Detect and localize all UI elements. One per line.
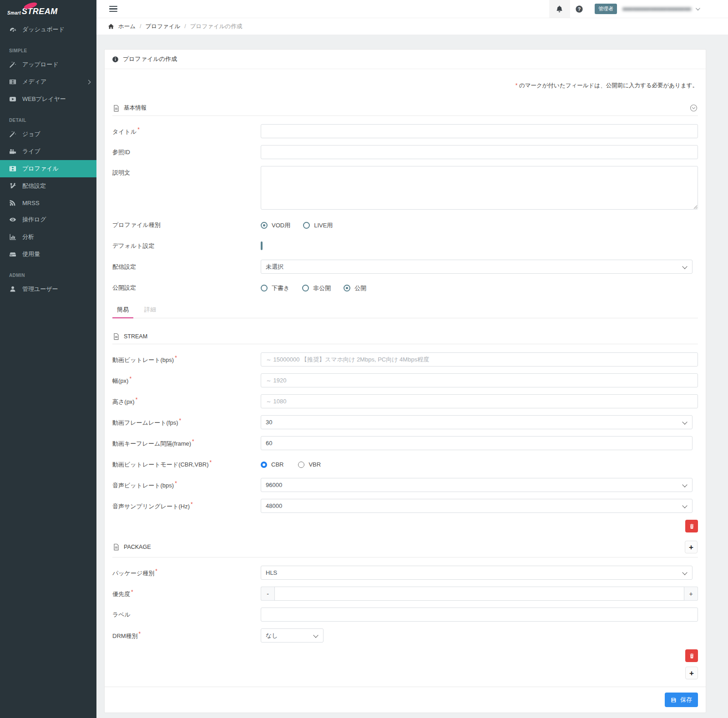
section-basic-info: 基本情報 [112,100,698,116]
field-label: デフォルト設定 [112,242,155,249]
rss-icon [9,199,16,206]
radio-vbr[interactable]: VBR [298,461,321,468]
audio-bitrate-select[interactable]: 96000 [261,478,693,492]
sidebar-item-job[interactable]: ジョブ [0,126,96,143]
save-button[interactable]: 保存 [665,693,698,707]
radio-icon [261,222,268,229]
package-type-select[interactable]: HLS [261,566,693,580]
field-label: ラベル [112,608,698,622]
sidebar-item-label: 配信設定 [22,182,46,190]
field-label: 参照ID [112,149,130,156]
required-asterisk: * [174,480,177,487]
default-setting-checkbox[interactable] [261,241,263,250]
info-circle-icon [112,56,119,63]
delete-package-button[interactable] [685,649,698,662]
sidebar-item-analytics[interactable]: 分析 [0,228,96,246]
description-textarea[interactable] [261,166,698,210]
ref-id-input[interactable] [261,145,698,159]
section-stream: STREAM [112,329,698,344]
delete-stream-button[interactable] [685,520,698,532]
priority-decrement-button[interactable]: - [261,587,274,601]
keyframe-interval-input[interactable] [261,436,693,450]
hamburger-menu-icon[interactable] [109,5,117,13]
radio-draft[interactable]: 下書き [261,284,289,292]
field-label: 動画フレームレート(fps) [112,419,178,426]
radio-private[interactable]: 非公開 [302,284,331,292]
sidebar-item-admin-users[interactable]: 管理ユーザー [0,281,96,298]
title-input[interactable] [261,124,698,138]
field-label: 公開設定 [112,284,136,291]
radio-icon [298,462,304,468]
radio-live[interactable]: LIVE用 [303,221,333,230]
sidebar-item-delivery-settings[interactable]: 配信設定 [0,177,96,195]
add-stream-button[interactable]: + [685,541,698,553]
width-input[interactable] [261,373,698,387]
sidebar-item-mrss[interactable]: MRSS [0,195,96,211]
field-label: 幅(px) [112,377,128,384]
film-strip-icon [9,165,16,172]
priority-increment-button[interactable]: + [684,587,698,601]
card-footer: 保存 [105,687,706,713]
breadcrumb-home[interactable]: ホーム [118,23,136,30]
height-input[interactable] [261,394,698,408]
chevron-down-icon [682,503,687,508]
framerate-select[interactable]: 30 [261,415,693,429]
bar-chart-icon [9,233,16,241]
notifications-button[interactable] [549,0,570,18]
collapse-section-button[interactable] [690,104,698,112]
add-package-button[interactable]: + [685,667,698,679]
play-icon [9,95,16,103]
tools-icon [9,182,16,190]
section-title: PACKAGE [124,544,151,550]
drm-type-select[interactable]: なし [261,628,324,643]
field-bitrate-mode: 動画ビットレートモード(CBR,VBR)* CBR VBR [112,457,698,471]
brand-smart: Smart [7,10,21,16]
sidebar-section-simple: SIMPLE [0,38,96,56]
field-label: ラベル [112,611,131,618]
field-title: タイトル* [112,124,698,138]
field-publish-setting: 公開設定 下書き 非公開 公開 [112,281,698,295]
sidebar-item-live[interactable]: ライブ [0,143,96,160]
field-label: 優先度 [112,591,130,597]
sidebar-item-label: ダッシュボード [22,25,65,34]
delivery-setting-select[interactable]: 未選択 [261,260,693,274]
required-note: * のマークが付いたフィールドは、公開前に入力する必要があります。 [112,82,698,90]
field-label: プロファイル種別 [112,221,161,228]
field-framerate: 動画フレームレート(fps)* 30 [112,415,698,429]
sidebar-item-operation-log[interactable]: 操作ログ [0,211,96,228]
top-bar: ? 管理者 ■■■■■■■■■■■■■■■■■■■■ [96,0,728,18]
field-label: 高さ(px) [112,398,135,405]
priority-input[interactable] [274,587,684,601]
sidebar-item-profile[interactable]: プロファイル [0,160,96,177]
field-label: 説明文 [112,169,130,176]
field-height: 高さ(px)* [112,394,698,408]
sidebar-item-usage[interactable]: 使用量 [0,246,96,263]
sidebar-item-label: 分析 [22,233,34,241]
sidebar-item-media[interactable]: メディア [0,73,96,90]
radio-cbr[interactable]: CBR [261,461,283,468]
sidebar-item-label: プロファイル [22,165,59,173]
sidebar-item-upload[interactable]: アップロード [0,56,96,73]
breadcrumb-profile[interactable]: プロファイル [146,23,181,30]
tab-detail[interactable]: 詳細 [140,301,161,318]
sidebar-item-dashboard[interactable]: ダッシュボード [0,21,96,38]
required-asterisk: * [136,126,140,133]
chevron-down-icon [682,570,687,575]
sidebar-section-admin: ADMIN [0,263,96,281]
radio-vod[interactable]: VOD用 [261,221,290,230]
sidebar-item-label: MRSS [22,200,40,206]
tab-simple[interactable]: 簡易 [112,301,133,318]
user-icon [9,286,16,293]
document-icon [113,333,120,340]
field-audio-bitrate: 音声ビットレート(bps)* 96000 [112,478,698,492]
help-button[interactable]: ? [570,5,588,13]
chevron-down-icon[interactable] [696,6,700,10]
radio-public[interactable]: 公開 [344,284,366,292]
field-label: 音声サンプリングレート(Hz) [112,503,190,510]
chevron-down-icon [682,482,687,487]
sidebar-item-webplayer[interactable]: WEBプレイヤー [0,90,96,108]
label-input[interactable] [261,608,698,622]
film-icon [9,78,16,85]
video-bitrate-input[interactable] [261,352,698,367]
audio-sampling-select[interactable]: 48000 [261,499,693,513]
